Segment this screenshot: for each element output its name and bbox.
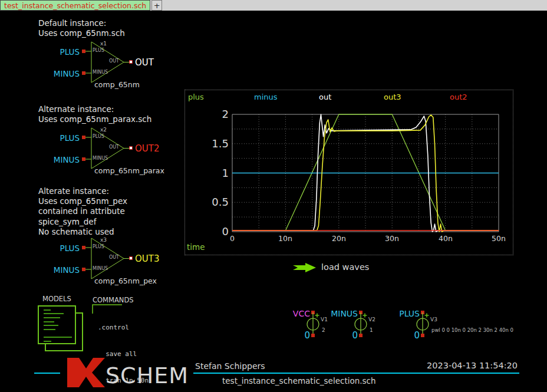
value-label: pwl 0 0 10n 0 20n 2 30n 2 40n 0 — [431, 327, 513, 333]
xschem-logo-x-icon — [65, 357, 107, 388]
value-label: 2 — [322, 327, 325, 333]
instance3-description: Alterate instance: Uses comp_65nm_pex co… — [38, 186, 127, 237]
net-label-out3[interactable]: OUT3 — [135, 253, 160, 264]
legend-minus[interactable]: minus — [254, 93, 278, 101]
legend-out3[interactable]: out3 — [384, 93, 401, 101]
x-tick-20n: 20n — [326, 234, 352, 243]
gnd-label[interactable]: 0 — [340, 330, 358, 341]
pin-plus[interactable] — [82, 246, 85, 249]
tab-schematic[interactable]: test_instance_schematic_selection.sch — [0, 0, 150, 11]
net-label-vcc[interactable]: VCC — [269, 309, 310, 318]
legend-plus[interactable]: plus — [188, 93, 204, 101]
y-tick-1: 1 — [202, 167, 229, 180]
models-label: MODELS — [42, 295, 71, 303]
pin-name-plus: PLUS — [93, 48, 104, 53]
pin-bottom[interactable] — [421, 334, 424, 337]
comparator-symbol-x2[interactable]: PLUS MINUS x2 PLUS MINUS OUT OUT2 comp_6… — [53, 126, 171, 177]
pin-name-minus: MINUS — [93, 156, 108, 161]
net-label-plus[interactable]: PLUS — [378, 309, 420, 318]
titleblock-left-line — [34, 373, 60, 374]
code-line: .control — [98, 323, 274, 332]
xschem-window: test_instance_schematic_selection.sch + … — [0, 0, 547, 392]
gnd-label[interactable]: 0 — [292, 330, 310, 341]
net-label-minus[interactable]: MINUS — [53, 69, 80, 78]
y-tick-2: 2 — [202, 108, 229, 121]
text-line: No schematic used — [38, 227, 127, 237]
pin-name-minus: MINUS — [93, 70, 108, 75]
models-document-icon[interactable] — [38, 304, 92, 353]
net-label-minus[interactable]: MINUS — [53, 265, 80, 275]
waveform-graph[interactable]: plus minus out out3 out2 2 1.5 1 0.5 0 0… — [184, 90, 513, 255]
pin-name-out: OUT — [99, 58, 119, 64]
pin-bottom[interactable] — [311, 334, 315, 337]
cell-name-label: comp_65nm_parax — [94, 166, 164, 175]
author-text: Stefan Schippers — [195, 361, 265, 371]
text-line: spice_sym_def — [38, 217, 127, 227]
x-tick-40n: 40n — [433, 234, 459, 243]
text-line: Uses comp_65nm_parax.sch — [38, 114, 151, 124]
net-label-minus[interactable]: MINUS — [317, 309, 358, 318]
x-tick-0: 0 — [219, 234, 245, 243]
code-line: save all — [98, 350, 274, 358]
pin-minus[interactable] — [82, 268, 85, 271]
pin-out[interactable] — [129, 256, 133, 260]
text-line: Uses comp_65nm.sch — [38, 28, 125, 38]
load-waves-launcher[interactable]: load waves — [321, 262, 369, 272]
refdes-label: x3 — [100, 237, 107, 243]
pin-plus[interactable] — [82, 50, 85, 53]
pin-minus[interactable] — [82, 71, 85, 75]
instance2-description: Alternate instance: Uses comp_65nm_parax… — [38, 104, 151, 124]
net-label-out[interactable]: OUT — [135, 57, 154, 68]
x-tick-30n: 30n — [379, 234, 405, 243]
launcher-arrow-icon[interactable] — [293, 263, 317, 272]
pin-name-plus: PLUS — [93, 244, 104, 249]
comparator-symbol-x1[interactable]: PLUS MINUS x1 PLUS MINUS OUT OUT comp_65… — [53, 40, 171, 91]
sheet-name-text: test_instance_schematic_selection.sch — [222, 376, 376, 386]
net-label-plus[interactable]: PLUS — [53, 243, 80, 253]
tab-title: test_instance_schematic_selection.sch — [4, 1, 146, 10]
refdes-label: V2 — [368, 317, 375, 322]
pin-out[interactable] — [129, 60, 133, 64]
legend-out[interactable]: out — [319, 93, 331, 101]
net-label-plus[interactable]: PLUS — [53, 47, 80, 57]
cell-name-label: comp_65nm_pex — [94, 276, 157, 285]
pin-name-minus: MINUS — [93, 266, 108, 271]
vsource-v3[interactable]: PLUS V3 pwl 0 0 10n 0 20n 2 30n 2 40n 0 … — [396, 309, 526, 342]
net-label-plus[interactable]: PLUS — [53, 133, 80, 143]
net-label-out2[interactable]: OUT2 — [135, 143, 160, 154]
pin-name-out: OUT — [99, 255, 119, 260]
x-tick-50n: 50n — [486, 234, 512, 243]
refdes-label: x1 — [100, 41, 107, 47]
legend-out2[interactable]: out2 — [450, 93, 467, 101]
titleblock-underline — [193, 373, 519, 374]
pin-bottom[interactable] — [359, 334, 363, 337]
pin-plus[interactable] — [82, 136, 85, 139]
xschem-logo-text: SCHEM — [106, 360, 189, 391]
date-text: 2023-04-13 11:54:20 — [377, 361, 518, 370]
text-line: contained in attribute — [38, 206, 127, 216]
new-tab-button[interactable]: + — [151, 0, 162, 11]
instance1-description: Default instance: Uses comp_65nm.sch — [38, 18, 125, 38]
text-line: Default instance: — [38, 18, 125, 28]
pin-name-plus: PLUS — [93, 134, 104, 139]
text-line: Alterate instance: — [38, 186, 127, 196]
pin-minus[interactable] — [82, 157, 85, 161]
y-tick-0_5: 0.5 — [202, 196, 229, 209]
refdes-label: V3 — [430, 317, 437, 322]
text-line: Alternate instance: — [38, 104, 151, 114]
gnd-label[interactable]: 0 — [402, 330, 420, 341]
comparator-symbol-x3[interactable]: PLUS MINUS x3 PLUS MINUS OUT OUT3 comp_6… — [53, 236, 171, 287]
text-line: Uses comp_65nm_pex — [38, 196, 127, 206]
value-label: 1 — [370, 327, 373, 333]
y-tick-1_5: 1.5 — [202, 137, 229, 150]
refdes-label: x2 — [100, 127, 107, 133]
x-axis-label: time — [187, 242, 205, 252]
tab-bar: test_instance_schematic_selection.sch + — [0, 0, 547, 11]
pin-name-out: OUT — [99, 144, 119, 150]
waveform-plot[interactable] — [232, 114, 499, 232]
net-label-minus[interactable]: MINUS — [53, 155, 80, 164]
x-tick-10n: 10n — [272, 234, 298, 243]
cell-name-label: comp_65nm — [94, 80, 140, 89]
pin-out[interactable] — [129, 146, 133, 150]
